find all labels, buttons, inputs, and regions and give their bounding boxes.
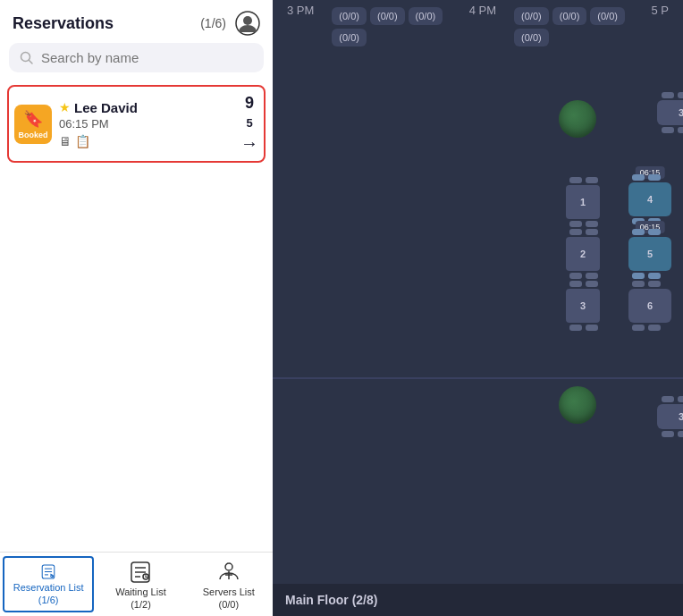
panel-header: Reservations (1/6)	[0, 0, 273, 43]
tab-reservation-list[interactable]: Reservation List (1/6)	[3, 556, 94, 612]
reservation-list: 🔖 Booked ★ Lee David 06:15 PM 🖥 📋 9 5 →	[0, 81, 273, 552]
reservation-info: ★ Lee David 06:15 PM 🖥 📋	[59, 100, 233, 148]
table-5[interactable]: 06:15 5	[628, 237, 671, 271]
table-3[interactable]: 3	[566, 289, 600, 323]
action-icons: 🖥 📋	[59, 134, 233, 148]
table-1-label: 1	[580, 197, 586, 207]
chair	[678, 431, 683, 437]
arrow-icon[interactable]: →	[240, 133, 258, 154]
floor-name: Main Floor	[285, 593, 349, 607]
chair	[569, 221, 582, 227]
reservation-right: 9 5 →	[240, 94, 258, 154]
panel-title: Reservations	[13, 14, 114, 33]
booked-badge: 🔖 Booked	[14, 105, 52, 144]
time-slot-row: (0/0) (0/0) (0/0) (0/0)	[328, 4, 454, 46]
reservation-count: (1/6)	[200, 16, 226, 30]
time-slot-7[interactable]: (0/0)	[514, 29, 549, 46]
floor-footer: Main Floor (2/8)	[273, 584, 683, 616]
tab-waiting-list-label: Waiting List	[115, 586, 165, 597]
guest-count: 9	[245, 94, 254, 113]
time-slot-row-2: (0/0) (0/0) (0/0) (0/0)	[510, 4, 637, 46]
floor-capacity: (2/8)	[352, 593, 378, 607]
floor-area: 31 1 06:15	[273, 46, 683, 584]
servers-list-icon	[216, 560, 241, 585]
chair	[569, 325, 582, 331]
table-2[interactable]: 2	[566, 237, 600, 271]
chair	[662, 431, 674, 437]
note-icon: 📋	[75, 134, 90, 148]
reservation-time: 06:15 PM	[59, 117, 233, 131]
table-31-label: 31	[679, 107, 683, 118]
chair	[569, 177, 582, 183]
search-bar[interactable]	[9, 43, 264, 72]
table-6-label: 6	[647, 300, 653, 311]
time-slot-3[interactable]: (0/0)	[332, 29, 367, 46]
time-slot-0[interactable]: (0/0)	[332, 7, 367, 25]
time-slot-4[interactable]: (0/0)	[514, 7, 549, 25]
time-header: 3 PM (0/0) (0/0) (0/0) (0/0) 4 PM (0/0) …	[273, 0, 683, 46]
search-input[interactable]	[41, 50, 253, 65]
chair	[586, 221, 598, 227]
tab-servers-list[interactable]: Servers List (0/0)	[185, 553, 273, 616]
name-row: ★ Lee David	[59, 100, 233, 115]
svg-line-3	[30, 60, 33, 63]
svg-point-16	[225, 563, 232, 570]
chair	[662, 127, 674, 133]
chair	[586, 229, 598, 235]
reservation-item[interactable]: 🔖 Booked ★ Lee David 06:15 PM 🖥 📋 9 5 →	[7, 85, 266, 163]
chair	[678, 92, 683, 98]
table-4-label: 4	[647, 194, 653, 205]
table-1[interactable]: 1	[566, 185, 600, 219]
assign-icon: 🖥	[59, 134, 72, 148]
user-icon	[235, 11, 260, 36]
bottom-tabs: Reservation List (1/6) Waiting List (1/2…	[0, 552, 273, 616]
chair	[648, 174, 661, 181]
chair	[632, 281, 645, 287]
table-4[interactable]: 06:15 4	[628, 182, 671, 216]
chair	[586, 273, 598, 279]
booked-label: Booked	[18, 131, 47, 139]
chair	[569, 273, 582, 279]
chair	[586, 281, 598, 287]
header-right: (1/6)	[200, 11, 260, 36]
chair	[648, 273, 661, 279]
chair	[586, 177, 598, 183]
chair	[662, 92, 674, 98]
table-31[interactable]: 31	[657, 100, 683, 125]
time-slot-6[interactable]: (0/0)	[590, 7, 625, 25]
plant-3	[559, 386, 596, 424]
tab-waiting-list-count: (1/2)	[131, 599, 151, 610]
time-slot-1[interactable]: (0/0)	[370, 7, 405, 25]
star-icon: ★	[59, 100, 71, 114]
chair	[569, 281, 582, 287]
chair	[569, 229, 582, 235]
time-slot-5[interactable]: (0/0)	[552, 7, 587, 25]
table-6[interactable]: 6	[628, 289, 671, 323]
chair	[632, 174, 645, 181]
time-slot-2[interactable]: (0/0)	[409, 7, 443, 25]
time-label-5pm: 5 P	[645, 4, 677, 21]
table-5-label: 5	[647, 249, 653, 259]
reservation-list-icon	[36, 563, 61, 580]
tab-servers-list-label: Servers List	[203, 586, 255, 597]
chair	[648, 281, 661, 287]
table-32[interactable]: 32	[657, 404, 683, 429]
waiting-list-icon	[128, 560, 153, 585]
table-2-label: 2	[580, 249, 586, 259]
chair	[632, 229, 645, 235]
table-32-label: 32	[679, 411, 683, 422]
chair	[678, 127, 683, 133]
search-icon	[20, 51, 34, 65]
booked-icon: 🔖	[23, 109, 43, 129]
tab-servers-list-count: (0/0)	[219, 599, 240, 610]
chair	[586, 325, 598, 331]
floor-divider	[273, 377, 683, 379]
table-3-label: 3	[580, 300, 586, 311]
time-label-3pm: 3 PM	[280, 4, 321, 21]
right-panel: 3 PM (0/0) (0/0) (0/0) (0/0) 4 PM (0/0) …	[273, 0, 683, 616]
chair	[632, 273, 645, 279]
plant-1	[559, 100, 596, 138]
chair	[648, 325, 661, 331]
chair	[662, 396, 674, 402]
tab-waiting-list[interactable]: Waiting List (1/2)	[97, 553, 184, 616]
